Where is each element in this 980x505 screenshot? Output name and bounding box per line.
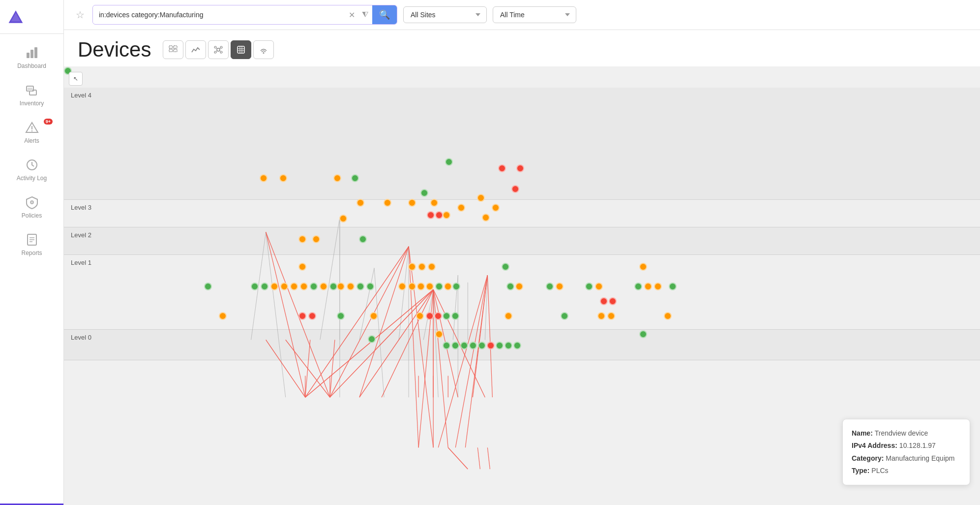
node-l1-17[interactable]	[664, 312, 672, 320]
node-l4-1[interactable]	[260, 174, 267, 182]
node-l4b-2[interactable]	[251, 283, 259, 290]
node-l1-4[interactable]	[337, 312, 345, 320]
node-l1-18[interactable]	[435, 330, 443, 338]
node-l4b-26[interactable]	[585, 283, 593, 290]
node-hub-11[interactable]	[339, 215, 347, 222]
node-l4-9[interactable]	[511, 185, 519, 193]
node-l0-6[interactable]	[487, 342, 495, 349]
view-wireless-button[interactable]	[253, 40, 274, 59]
node-l0-1[interactable]	[443, 342, 450, 349]
node-l1-9[interactable]	[443, 312, 450, 320]
node-l3-3[interactable]	[359, 235, 367, 243]
node-l4b-6[interactable]	[290, 283, 298, 290]
view-grid-button[interactable]	[163, 40, 183, 59]
node-l4b-21[interactable]	[452, 283, 460, 290]
node-l1-8[interactable]	[434, 312, 442, 320]
node-l1-5[interactable]	[370, 312, 378, 320]
node-hub-13[interactable]	[492, 204, 500, 212]
node-l2-2[interactable]	[408, 263, 416, 271]
node-l4b-7[interactable]	[300, 283, 308, 290]
node-hub-2[interactable]	[384, 199, 391, 207]
node-hub-7[interactable]	[435, 211, 443, 219]
node-l4b-18[interactable]	[426, 283, 434, 290]
collapse-button[interactable]: ↖	[69, 72, 83, 86]
node-l4b-20[interactable]	[444, 283, 452, 290]
node-l4b-5[interactable]	[280, 283, 288, 290]
node-l4-7[interactable]	[516, 164, 524, 172]
node-l0-3[interactable]	[460, 342, 468, 349]
node-hub-12[interactable]	[482, 214, 490, 221]
sidebar-item-activity-log[interactable]: Activity Log	[0, 151, 63, 189]
node-l1-14[interactable]	[607, 312, 615, 320]
node-l3-2[interactable]	[312, 235, 320, 243]
node-l4b-10[interactable]	[329, 283, 337, 290]
node-hub-6[interactable]	[427, 211, 435, 219]
node-l4b-28[interactable]	[634, 283, 642, 290]
sites-dropdown[interactable]: All Sites	[403, 6, 487, 23]
search-filter-button[interactable]: ⧨	[358, 10, 372, 19]
node-l0-2[interactable]	[451, 342, 459, 349]
sidebar-item-dashboard[interactable]: Dashboard	[0, 39, 63, 76]
node-l1-3[interactable]	[308, 312, 316, 320]
node-l1-2[interactable]	[298, 312, 306, 320]
node-l0-7[interactable]	[496, 342, 504, 349]
sidebar-item-inventory[interactable]: Inventory	[0, 76, 63, 114]
node-hub-5[interactable]	[430, 199, 438, 207]
node-hub-10[interactable]	[477, 194, 485, 202]
node-l4-5[interactable]	[445, 158, 453, 166]
node-l4b-23[interactable]	[515, 283, 523, 290]
node-l4-4[interactable]	[351, 174, 359, 182]
node-l4b-30[interactable]	[654, 283, 662, 290]
node-l0-4[interactable]	[469, 342, 477, 349]
node-l1-7[interactable]	[426, 312, 434, 320]
node-hub-8[interactable]	[443, 211, 450, 219]
node-l4-2[interactable]	[279, 174, 287, 182]
node-l2-5[interactable]	[502, 263, 509, 271]
node-hub-3[interactable]	[408, 199, 416, 207]
search-submit-button[interactable]: 🔍	[372, 5, 397, 24]
node-l1-15[interactable]	[600, 297, 608, 305]
sidebar-item-alerts[interactable]: 9+ Alerts	[0, 114, 63, 151]
node-l4b-19[interactable]	[435, 283, 443, 290]
node-l4b-24[interactable]	[546, 283, 554, 290]
node-l4b-29[interactable]	[644, 283, 652, 290]
node-l4b-16[interactable]	[408, 283, 416, 290]
sidebar-item-reports[interactable]: Reports	[0, 226, 63, 263]
node-l1-12[interactable]	[561, 312, 568, 320]
node-l2-1[interactable]	[298, 263, 306, 271]
search-input[interactable]	[93, 7, 346, 23]
node-l3-1[interactable]	[298, 235, 306, 243]
node-l1-16[interactable]	[609, 297, 617, 305]
node-l4b-27[interactable]	[595, 283, 603, 290]
node-l1-19[interactable]	[639, 330, 647, 338]
node-l4b-15[interactable]	[398, 283, 406, 290]
node-l0-5[interactable]	[478, 342, 486, 349]
favorite-button[interactable]: ☆	[74, 7, 87, 23]
node-l4-3[interactable]	[333, 174, 341, 182]
node-l4b-17[interactable]	[417, 283, 425, 290]
node-l1-1[interactable]	[219, 312, 227, 320]
node-hub-9[interactable]	[457, 204, 465, 212]
node-hub-4[interactable]	[420, 189, 428, 197]
node-l2-3[interactable]	[418, 263, 426, 271]
node-l4b-11[interactable]	[337, 283, 345, 290]
view-topology-button[interactable]	[231, 40, 251, 59]
node-l1-6[interactable]	[416, 312, 424, 320]
node-l4b-22[interactable]	[506, 283, 514, 290]
node-l4-6[interactable]	[498, 164, 506, 172]
node-isolated[interactable]	[368, 335, 376, 343]
time-dropdown[interactable]: All Time	[493, 6, 576, 23]
view-timeline-button[interactable]	[185, 40, 206, 59]
node-l0-8[interactable]	[505, 342, 512, 349]
node-l4b-9[interactable]	[320, 283, 327, 290]
node-l4b-8[interactable]	[310, 283, 318, 290]
node-l4b-14[interactable]	[366, 283, 374, 290]
node-l2-6[interactable]	[639, 263, 647, 271]
node-l4b-12[interactable]	[347, 283, 355, 290]
node-l4b-1[interactable]	[204, 283, 212, 290]
diagram-container[interactable]: ↖ Level 4 Level 3 Level 2 Level 1	[64, 67, 980, 505]
node-l0-9[interactable]	[513, 342, 521, 349]
node-l4b-25[interactable]	[556, 283, 564, 290]
sidebar-item-policies[interactable]: Policies	[0, 189, 63, 226]
node-l1-13[interactable]	[597, 312, 605, 320]
